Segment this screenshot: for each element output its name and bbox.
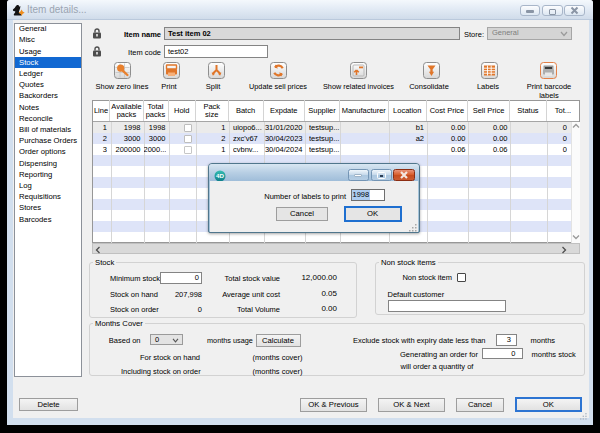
- svg-text:4D: 4D: [216, 172, 224, 179]
